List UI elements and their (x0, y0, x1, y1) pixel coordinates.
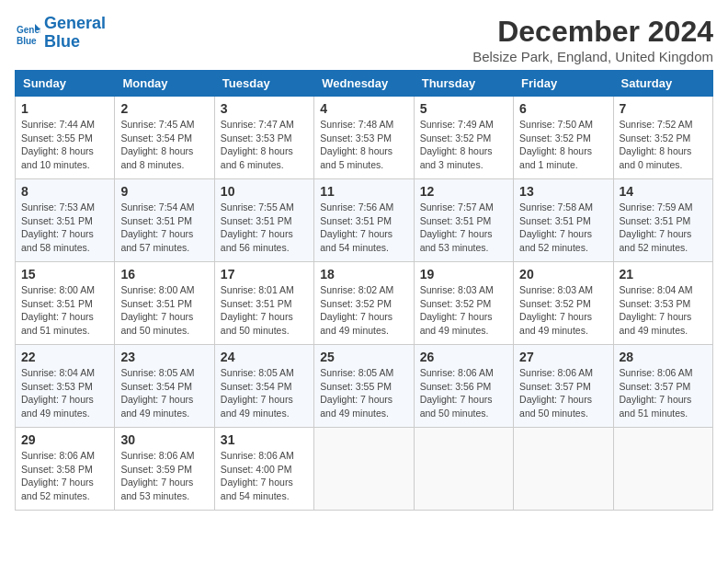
day-number: 20 (519, 267, 607, 282)
day-number: 2 (120, 101, 208, 116)
day-number: 1 (21, 101, 108, 116)
calendar-cell: 29Sunrise: 8:06 AM Sunset: 3:58 PM Dayli… (16, 428, 115, 511)
calendar-cell (514, 428, 613, 511)
day-number: 8 (21, 184, 108, 199)
calendar-header-wednesday: Wednesday (314, 71, 414, 97)
calendar-cell: 2Sunrise: 7:45 AM Sunset: 3:54 PM Daylig… (115, 97, 214, 179)
day-number: 6 (519, 101, 607, 116)
day-info: Sunrise: 7:54 AM Sunset: 3:51 PM Dayligh… (120, 201, 208, 255)
day-info: Sunrise: 8:04 AM Sunset: 3:53 PM Dayligh… (21, 366, 108, 420)
day-info: Sunrise: 8:06 AM Sunset: 3:57 PM Dayligh… (620, 366, 707, 420)
location-subtitle: Belsize Park, England, United Kingdom (472, 49, 713, 64)
day-info: Sunrise: 7:45 AM Sunset: 3:54 PM Dayligh… (120, 118, 208, 172)
calendar-body: 1Sunrise: 7:44 AM Sunset: 3:55 PM Daylig… (16, 97, 713, 511)
calendar-cell: 17Sunrise: 8:01 AM Sunset: 3:51 PM Dayli… (214, 262, 313, 345)
calendar-week-4: 22Sunrise: 8:04 AM Sunset: 3:53 PM Dayli… (16, 345, 713, 428)
day-info: Sunrise: 8:06 AM Sunset: 3:59 PM Dayligh… (120, 449, 208, 503)
calendar-week-2: 8Sunrise: 7:53 AM Sunset: 3:51 PM Daylig… (16, 179, 713, 262)
logo-icon: General Blue (15, 20, 40, 46)
day-info: Sunrise: 8:05 AM Sunset: 3:54 PM Dayligh… (221, 366, 308, 420)
day-number: 26 (420, 350, 507, 364)
calendar-cell: 24Sunrise: 8:05 AM Sunset: 3:54 PM Dayli… (214, 345, 313, 428)
day-info: Sunrise: 7:57 AM Sunset: 3:51 PM Dayligh… (420, 201, 507, 255)
calendar-week-1: 1Sunrise: 7:44 AM Sunset: 3:55 PM Daylig… (16, 97, 713, 179)
day-number: 30 (120, 432, 208, 447)
calendar-cell: 27Sunrise: 8:06 AM Sunset: 3:57 PM Dayli… (514, 345, 613, 428)
calendar-cell: 4Sunrise: 7:48 AM Sunset: 3:53 PM Daylig… (314, 97, 414, 179)
calendar-cell: 10Sunrise: 7:55 AM Sunset: 3:51 PM Dayli… (214, 179, 313, 262)
day-number: 22 (21, 350, 108, 364)
day-number: 31 (221, 432, 308, 447)
day-number: 27 (519, 350, 607, 364)
day-info: Sunrise: 8:00 AM Sunset: 3:51 PM Dayligh… (120, 283, 208, 338)
calendar-header-friday: Friday (514, 71, 613, 97)
calendar-week-3: 15Sunrise: 8:00 AM Sunset: 3:51 PM Dayli… (16, 262, 713, 345)
calendar-header-tuesday: Tuesday (214, 71, 313, 97)
calendar-cell: 25Sunrise: 8:05 AM Sunset: 3:55 PM Dayli… (314, 345, 414, 428)
calendar-cell: 1Sunrise: 7:44 AM Sunset: 3:55 PM Daylig… (16, 97, 115, 179)
logo: General Blue General Blue (15, 15, 106, 52)
calendar-table: SundayMondayTuesdayWednesdayThursdayFrid… (15, 70, 713, 511)
day-number: 3 (221, 101, 308, 116)
calendar-header-saturday: Saturday (613, 71, 712, 97)
calendar-cell: 5Sunrise: 7:49 AM Sunset: 3:52 PM Daylig… (414, 97, 513, 179)
day-info: Sunrise: 7:48 AM Sunset: 3:53 PM Dayligh… (320, 118, 407, 172)
month-title: December 2024 (472, 15, 713, 49)
day-info: Sunrise: 8:06 AM Sunset: 3:58 PM Dayligh… (21, 449, 108, 503)
day-info: Sunrise: 8:06 AM Sunset: 4:00 PM Dayligh… (221, 449, 308, 503)
day-info: Sunrise: 7:53 AM Sunset: 3:51 PM Dayligh… (21, 201, 108, 255)
logo-text-line1: General (44, 15, 106, 33)
calendar-header-sunday: Sunday (16, 71, 115, 97)
day-info: Sunrise: 7:44 AM Sunset: 3:55 PM Dayligh… (21, 118, 108, 172)
day-info: Sunrise: 7:58 AM Sunset: 3:51 PM Dayligh… (519, 201, 607, 255)
calendar-cell: 3Sunrise: 7:47 AM Sunset: 3:53 PM Daylig… (214, 97, 313, 179)
svg-text:Blue: Blue (17, 36, 37, 46)
day-info: Sunrise: 7:55 AM Sunset: 3:51 PM Dayligh… (221, 201, 308, 255)
day-info: Sunrise: 8:05 AM Sunset: 3:54 PM Dayligh… (120, 366, 208, 420)
calendar-cell: 22Sunrise: 8:04 AM Sunset: 3:53 PM Dayli… (16, 345, 115, 428)
day-info: Sunrise: 8:03 AM Sunset: 3:52 PM Dayligh… (519, 283, 607, 338)
day-info: Sunrise: 8:00 AM Sunset: 3:51 PM Dayligh… (21, 283, 108, 338)
day-number: 17 (221, 267, 308, 282)
calendar-cell: 28Sunrise: 8:06 AM Sunset: 3:57 PM Dayli… (613, 345, 712, 428)
day-number: 25 (320, 350, 407, 364)
day-number: 9 (120, 184, 208, 199)
calendar-week-5: 29Sunrise: 8:06 AM Sunset: 3:58 PM Dayli… (16, 428, 713, 511)
day-number: 14 (620, 184, 707, 199)
calendar-cell (613, 428, 712, 511)
day-info: Sunrise: 7:59 AM Sunset: 3:51 PM Dayligh… (620, 201, 707, 255)
calendar-cell: 14Sunrise: 7:59 AM Sunset: 3:51 PM Dayli… (613, 179, 712, 262)
calendar-cell: 23Sunrise: 8:05 AM Sunset: 3:54 PM Dayli… (115, 345, 214, 428)
day-number: 18 (320, 267, 407, 282)
calendar-cell: 19Sunrise: 8:03 AM Sunset: 3:52 PM Dayli… (414, 262, 513, 345)
day-number: 29 (21, 432, 108, 447)
day-info: Sunrise: 7:56 AM Sunset: 3:51 PM Dayligh… (320, 201, 407, 255)
calendar-cell: 18Sunrise: 8:02 AM Sunset: 3:52 PM Dayli… (314, 262, 414, 345)
calendar-cell: 30Sunrise: 8:06 AM Sunset: 3:59 PM Dayli… (115, 428, 214, 511)
calendar-cell (414, 428, 513, 511)
calendar-cell: 20Sunrise: 8:03 AM Sunset: 3:52 PM Dayli… (514, 262, 613, 345)
day-info: Sunrise: 8:06 AM Sunset: 3:56 PM Dayligh… (420, 366, 507, 420)
day-info: Sunrise: 8:05 AM Sunset: 3:55 PM Dayligh… (320, 366, 407, 420)
calendar-cell: 8Sunrise: 7:53 AM Sunset: 3:51 PM Daylig… (16, 179, 115, 262)
day-number: 12 (420, 184, 507, 199)
calendar-cell: 11Sunrise: 7:56 AM Sunset: 3:51 PM Dayli… (314, 179, 414, 262)
day-info: Sunrise: 7:50 AM Sunset: 3:52 PM Dayligh… (519, 118, 607, 172)
day-number: 16 (120, 267, 208, 282)
day-info: Sunrise: 8:06 AM Sunset: 3:57 PM Dayligh… (519, 366, 607, 420)
calendar-cell: 6Sunrise: 7:50 AM Sunset: 3:52 PM Daylig… (514, 97, 613, 179)
day-number: 10 (221, 184, 308, 199)
day-info: Sunrise: 8:03 AM Sunset: 3:52 PM Dayligh… (420, 283, 507, 338)
day-info: Sunrise: 8:04 AM Sunset: 3:53 PM Dayligh… (620, 283, 707, 338)
calendar-cell: 26Sunrise: 8:06 AM Sunset: 3:56 PM Dayli… (414, 345, 513, 428)
calendar-header-thursday: Thursday (414, 71, 513, 97)
day-info: Sunrise: 7:49 AM Sunset: 3:52 PM Dayligh… (420, 118, 507, 172)
day-number: 13 (519, 184, 607, 199)
calendar-cell: 9Sunrise: 7:54 AM Sunset: 3:51 PM Daylig… (115, 179, 214, 262)
logo-text-line2: Blue (44, 33, 106, 52)
calendar-cell (314, 428, 414, 511)
calendar-cell: 7Sunrise: 7:52 AM Sunset: 3:52 PM Daylig… (613, 97, 712, 179)
day-number: 4 (320, 101, 407, 116)
day-number: 5 (420, 101, 507, 116)
page-header: General Blue General Blue December 2024 … (15, 15, 713, 64)
